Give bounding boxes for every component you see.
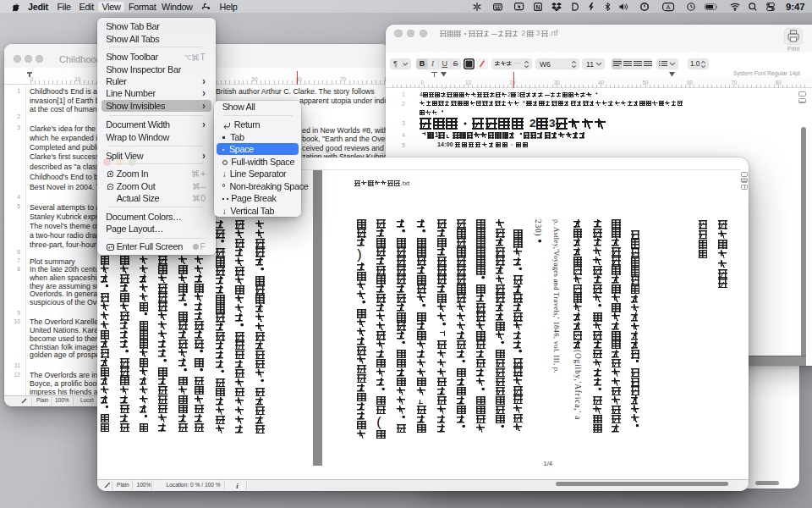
svg-text:A: A [666, 3, 670, 11]
svg-text:N: N [535, 4, 540, 10]
